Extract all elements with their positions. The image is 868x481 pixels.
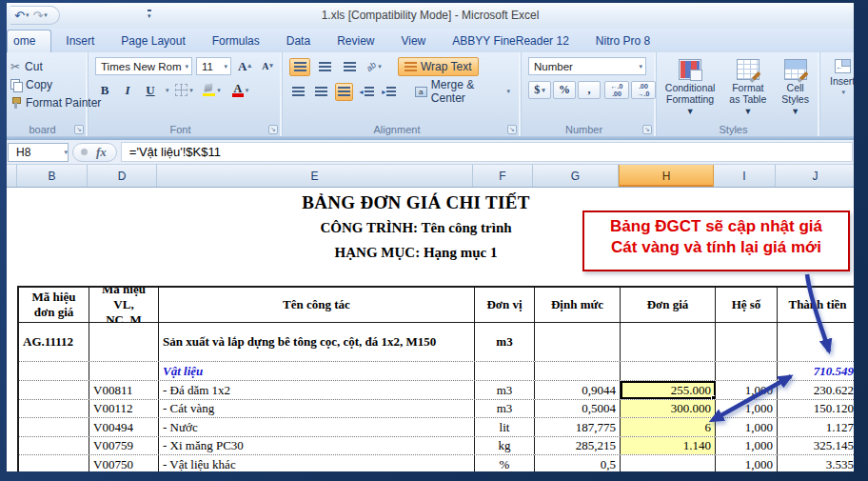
tab-page-layout[interactable]: Page Layout (108, 30, 197, 52)
table-cell[interactable] (19, 418, 89, 436)
table-cell[interactable]: lit (475, 418, 535, 436)
font-dialog-launcher-icon[interactable]: ↘ (268, 125, 278, 134)
tab-formulas[interactable]: Formulas (200, 30, 272, 52)
table-cell[interactable]: 1,000 (716, 437, 778, 454)
borders-button[interactable]: ▾ (173, 81, 196, 99)
table-cell[interactable]: 1.140 (621, 437, 716, 454)
table-cell[interactable] (716, 323, 778, 361)
underline-chevron-icon[interactable]: ▾ (166, 87, 169, 94)
table-cell[interactable]: 710.549 (778, 362, 854, 380)
align-top-button[interactable] (289, 58, 310, 76)
align-right-button[interactable] (335, 83, 354, 101)
align-center-button[interactable] (312, 83, 331, 101)
increase-indent-button[interactable] (380, 83, 399, 101)
tab-abbyy-finereader[interactable]: ABBYY FineReader 12 (440, 30, 582, 52)
table-cell[interactable]: AG.11112 (19, 323, 89, 361)
table-cell[interactable]: m3 (475, 323, 535, 361)
table-cell[interactable]: - Nước (159, 418, 475, 436)
wrap-text-button[interactable]: Wrap Text (398, 57, 479, 76)
table-cell[interactable]: 255.000 (621, 381, 716, 399)
align-left-button[interactable] (289, 83, 308, 101)
table-cell[interactable]: V00112 (89, 400, 159, 417)
table-cell[interactable]: 6 (621, 418, 716, 436)
table-cell[interactable] (19, 455, 89, 471)
tab-home[interactable]: ome (7, 30, 51, 52)
fx-icon[interactable]: fx (96, 145, 107, 160)
column-header-G[interactable]: G (533, 165, 619, 187)
table-cell[interactable] (621, 323, 716, 361)
conditional-formatting-button[interactable]: Conditional Formatting ▾ (660, 57, 720, 118)
table-cell[interactable]: 285,215 (535, 437, 621, 454)
table-cell[interactable]: 1.127 (778, 418, 854, 436)
table-cell[interactable] (19, 381, 89, 399)
format-as-table-button[interactable]: Format as Table ▾ (722, 57, 773, 118)
table-cell[interactable]: 1,000 (716, 400, 778, 417)
percent-format-button[interactable]: % (553, 81, 576, 99)
sheet-area[interactable]: BẢNG ĐƠN GIÁ CHI TIẾT CÔNG TRÌNH: Tên cô… (7, 188, 854, 471)
tab-view[interactable]: View (388, 30, 438, 52)
table-cell[interactable]: - Cát vàng (159, 400, 475, 417)
table-cell[interactable]: m3 (475, 400, 535, 417)
table-cell[interactable]: 0,5004 (535, 400, 621, 417)
font-color-button[interactable]: A▾ (228, 81, 253, 99)
fill-color-button[interactable]: ▾ (200, 81, 225, 99)
alignment-dialog-launcher-icon[interactable]: ↘ (507, 125, 517, 134)
fill-handle[interactable] (711, 395, 716, 399)
table-cell[interactable] (19, 437, 89, 454)
table-cell[interactable]: 0,5 (535, 455, 621, 471)
table-header-cell[interactable]: Tên công tác (159, 288, 475, 322)
merge-center-button[interactable]: aMerge & Center▾ (408, 82, 517, 101)
table-cell[interactable] (621, 362, 716, 380)
table-cell[interactable] (19, 400, 89, 417)
table-cell[interactable] (535, 362, 621, 380)
table-cell[interactable]: 3.535 (778, 455, 854, 471)
grow-font-button[interactable]: A▴ (235, 57, 254, 75)
table-header-cell[interactable]: Định mức (535, 288, 621, 322)
decrease-decimal-button[interactable]: .00 →.0 (631, 81, 656, 99)
italic-button[interactable]: I (118, 81, 137, 99)
table-cell[interactable]: 1,000 (716, 381, 778, 399)
tab-nitro-pro[interactable]: Nitro Pro 8 (583, 30, 662, 52)
table-cell[interactable]: 1,000 (716, 455, 778, 471)
table-cell[interactable]: 0,9044 (535, 381, 621, 399)
column-header-I[interactable]: I (714, 165, 776, 187)
table-cell[interactable]: V00811 (89, 381, 159, 399)
table-cell[interactable]: 187,775 (535, 418, 621, 436)
table-cell[interactable]: - Xi măng PC30 (159, 437, 475, 454)
table-cell[interactable]: Vật liệu (159, 362, 475, 380)
table-cell[interactable]: V00494 (89, 418, 159, 436)
column-header-F[interactable]: F (473, 165, 533, 187)
cell-styles-button[interactable]: Cell Styles ▾ (775, 57, 816, 118)
table-cell[interactable]: - Vật liệu khác (159, 455, 475, 471)
table-cell[interactable]: 325.145 (778, 437, 854, 454)
number-dialog-launcher-icon[interactable]: ↘ (642, 125, 652, 134)
name-box-chevron-icon[interactable]: ▾ (64, 149, 68, 156)
table-cell[interactable] (621, 455, 716, 471)
table-header-cell[interactable]: Đơn vị (475, 288, 535, 322)
copy-button[interactable]: Copy (10, 75, 84, 93)
table-cell[interactable] (475, 362, 535, 380)
number-format-select[interactable]: Number ▾ (528, 57, 646, 75)
table-cell[interactable]: Sản xuất và lắp dựng bê tông cọc, cột, đ… (159, 323, 475, 361)
column-header-E[interactable]: E (157, 165, 473, 187)
table-cell[interactable]: kg (475, 437, 535, 454)
table-header-cell[interactable]: Mã hiệu VL, NC, M (89, 288, 159, 322)
table-cell[interactable]: 1,000 (716, 418, 778, 436)
table-cell[interactable]: 300.000 (621, 400, 716, 417)
cut-button[interactable]: ✂ Cut (10, 57, 84, 75)
table-header-cell[interactable]: Hệ số (716, 288, 778, 322)
font-size-select[interactable]: 11 ▾ (196, 57, 231, 75)
table-cell[interactable] (535, 323, 621, 361)
column-header-B[interactable]: B (17, 165, 88, 187)
table-cell[interactable]: % (475, 455, 535, 471)
table-cell[interactable]: m3 (475, 381, 535, 399)
tab-review[interactable]: Review (325, 30, 386, 52)
tab-insert[interactable]: Insert (53, 30, 107, 52)
table-cell[interactable]: V00759 (89, 437, 159, 454)
table-header-cell[interactable]: Đơn giá (621, 288, 716, 322)
align-bottom-button[interactable] (339, 58, 360, 76)
font-name-select[interactable]: Times New Rom ▾ (95, 57, 192, 75)
increase-decimal-button[interactable]: ←.0 .00 (604, 81, 629, 99)
table-cell[interactable] (716, 362, 778, 380)
clipboard-dialog-launcher-icon[interactable]: ↘ (74, 125, 84, 134)
